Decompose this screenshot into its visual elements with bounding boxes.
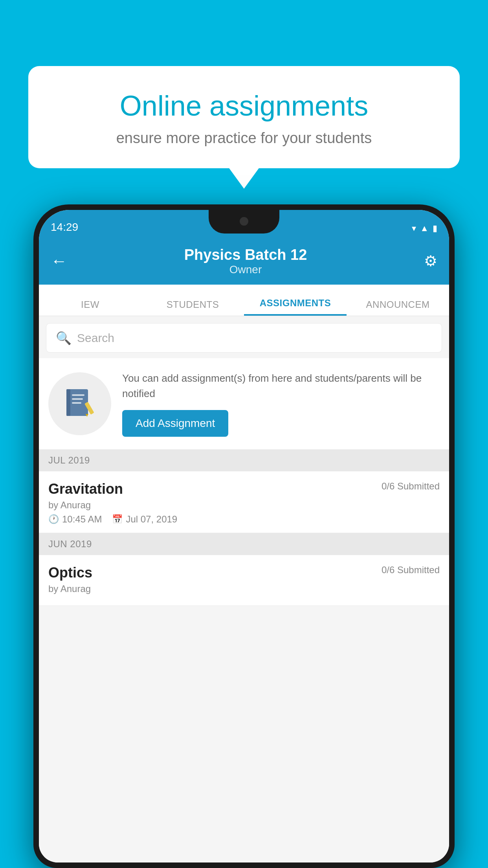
status-time: 14:29 bbox=[51, 221, 78, 234]
assignment-time-value: 10:45 AM bbox=[62, 514, 102, 525]
tab-students[interactable]: STUDENTS bbox=[141, 299, 244, 316]
content-area: 🔍 Search bbox=[39, 316, 449, 862]
header-title: Physics Batch 12 Owner bbox=[67, 246, 424, 276]
back-button[interactable]: ← bbox=[51, 252, 67, 270]
settings-icon[interactable]: ⚙ bbox=[424, 252, 437, 270]
batch-name: Physics Batch 12 bbox=[67, 246, 424, 263]
assignment-by-optics: by Anurag bbox=[48, 583, 440, 594]
assignment-meta-gravitation: 🕐 10:45 AM 📅 Jul 07, 2019 bbox=[48, 514, 440, 525]
assignment-gravitation[interactable]: Gravitation 0/6 Submitted by Anurag 🕐 10… bbox=[39, 471, 449, 533]
assignment-date: 📅 Jul 07, 2019 bbox=[112, 514, 177, 525]
speech-bubble-title: Online assignments bbox=[52, 90, 436, 122]
add-assignment-button[interactable]: Add Assignment bbox=[122, 410, 228, 437]
notebook-icon bbox=[63, 387, 97, 421]
assignment-by-gravitation: by Anurag bbox=[48, 500, 440, 511]
speech-bubble-subtitle: ensure more practice for your students bbox=[52, 130, 436, 147]
assignment-submitted-optics: 0/6 Submitted bbox=[382, 565, 440, 576]
phone-inner: 14:29 ▾ ▲ ▮ ← Physics Batch 12 Owner ⚙ I… bbox=[39, 210, 449, 862]
assignment-optics[interactable]: Optics 0/6 Submitted by Anurag bbox=[39, 555, 449, 606]
promo-text: You can add assignment(s) from here and … bbox=[122, 371, 440, 437]
section-jun-2019: JUN 2019 bbox=[39, 533, 449, 555]
assignment-promo: You can add assignment(s) from here and … bbox=[39, 358, 449, 449]
tab-announcements[interactable]: ANNOUNCEM bbox=[347, 299, 449, 316]
signal-icon: ▲ bbox=[420, 223, 429, 234]
owner-label: Owner bbox=[67, 263, 424, 276]
search-bar[interactable]: 🔍 Search bbox=[46, 323, 442, 353]
tabs-bar: IEW STUDENTS ASSIGNMENTS ANNOUNCEM bbox=[39, 285, 449, 316]
battery-icon: ▮ bbox=[433, 223, 437, 234]
search-icon: 🔍 bbox=[56, 331, 72, 346]
assignment-name-gravitation: Gravitation bbox=[48, 481, 123, 497]
assignment-name-optics: Optics bbox=[48, 565, 92, 581]
assignment-date-value: Jul 07, 2019 bbox=[126, 514, 177, 525]
promo-description: You can add assignment(s) from here and … bbox=[122, 371, 440, 401]
calendar-icon: 📅 bbox=[112, 514, 123, 524]
promo-icon-circle bbox=[48, 372, 111, 435]
camera-notch bbox=[240, 217, 248, 226]
wifi-icon: ▾ bbox=[412, 223, 416, 234]
assignment-submitted-gravitation: 0/6 Submitted bbox=[382, 481, 440, 492]
notch bbox=[209, 210, 279, 234]
svg-rect-1 bbox=[66, 389, 70, 416]
speech-bubble: Online assignments ensure more practice … bbox=[28, 66, 460, 168]
tab-assignments[interactable]: ASSIGNMENTS bbox=[244, 298, 347, 316]
assignment-top-row: Gravitation 0/6 Submitted bbox=[48, 481, 440, 497]
assignment-top-row-optics: Optics 0/6 Submitted bbox=[48, 565, 440, 581]
svg-rect-3 bbox=[72, 398, 83, 400]
status-icons: ▾ ▲ ▮ bbox=[412, 223, 437, 234]
app-header: ← Physics Batch 12 Owner ⚙ bbox=[39, 237, 449, 285]
svg-rect-2 bbox=[72, 394, 84, 396]
section-jul-2019: JUL 2019 bbox=[39, 449, 449, 471]
svg-rect-4 bbox=[72, 402, 81, 404]
assignment-time: 🕐 10:45 AM bbox=[48, 514, 102, 525]
search-input-placeholder[interactable]: Search bbox=[77, 331, 114, 345]
tab-iew[interactable]: IEW bbox=[39, 299, 141, 316]
clock-icon: 🕐 bbox=[48, 514, 59, 524]
phone-frame: 14:29 ▾ ▲ ▮ ← Physics Batch 12 Owner ⚙ I… bbox=[33, 204, 455, 868]
